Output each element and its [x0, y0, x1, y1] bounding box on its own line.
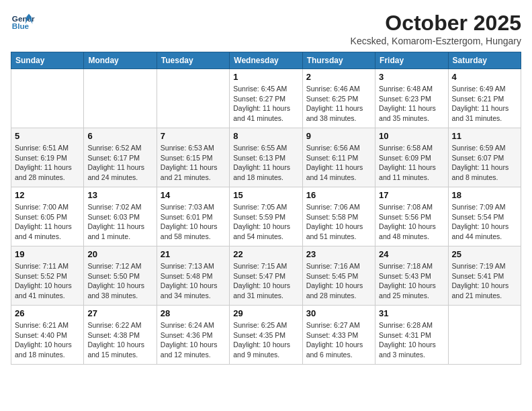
day-info: Sunrise: 6:24 AM Sunset: 4:36 PM Dayligh… — [161, 320, 226, 360]
day-number: 24 — [379, 249, 444, 259]
calendar-header-row: SundayMondayTuesdayWednesdayThursdayFrid… — [11, 52, 521, 69]
column-header-wednesday: Wednesday — [230, 52, 302, 69]
empty-cell — [11, 69, 84, 128]
day-cell-21: 21Sunrise: 7:13 AM Sunset: 5:48 PM Dayli… — [157, 246, 229, 306]
day-info: Sunrise: 6:55 AM Sunset: 6:13 PM Dayligh… — [233, 143, 298, 183]
day-cell-12: 12Sunrise: 7:00 AM Sunset: 6:05 PM Dayli… — [11, 187, 84, 246]
day-cell-26: 26Sunrise: 6:21 AM Sunset: 4:40 PM Dayli… — [11, 306, 84, 365]
day-number: 20 — [87, 249, 152, 259]
day-info: Sunrise: 6:59 AM Sunset: 6:07 PM Dayligh… — [452, 143, 517, 183]
day-cell-16: 16Sunrise: 7:06 AM Sunset: 5:58 PM Dayli… — [302, 187, 375, 246]
week-row-1: 1Sunrise: 6:45 AM Sunset: 6:27 PM Daylig… — [11, 69, 521, 128]
day-info: Sunrise: 6:56 AM Sunset: 6:11 PM Dayligh… — [306, 143, 371, 183]
day-number: 10 — [379, 131, 444, 141]
day-cell-8: 8Sunrise: 6:55 AM Sunset: 6:13 PM Daylig… — [230, 128, 302, 187]
day-info: Sunrise: 7:18 AM Sunset: 5:43 PM Dayligh… — [379, 261, 444, 301]
day-info: Sunrise: 6:45 AM Sunset: 6:27 PM Dayligh… — [233, 84, 298, 124]
week-row-2: 5Sunrise: 6:51 AM Sunset: 6:19 PM Daylig… — [11, 128, 521, 187]
day-number: 25 — [452, 249, 517, 259]
svg-text:Blue: Blue — [12, 21, 30, 30]
day-cell-19: 19Sunrise: 7:11 AM Sunset: 5:52 PM Dayli… — [11, 246, 84, 306]
day-info: Sunrise: 7:02 AM Sunset: 6:03 PM Dayligh… — [87, 202, 152, 242]
day-cell-27: 27Sunrise: 6:22 AM Sunset: 4:38 PM Dayli… — [84, 306, 157, 365]
day-number: 19 — [15, 249, 80, 259]
day-number: 9 — [306, 131, 371, 141]
day-info: Sunrise: 6:27 AM Sunset: 4:33 PM Dayligh… — [306, 320, 371, 360]
day-number: 30 — [306, 308, 371, 318]
day-number: 7 — [161, 131, 226, 141]
day-cell-22: 22Sunrise: 7:15 AM Sunset: 5:47 PM Dayli… — [230, 246, 302, 306]
day-number: 16 — [306, 190, 371, 200]
week-row-4: 19Sunrise: 7:11 AM Sunset: 5:52 PM Dayli… — [11, 246, 521, 306]
week-row-5: 26Sunrise: 6:21 AM Sunset: 4:40 PM Dayli… — [11, 306, 521, 365]
day-info: Sunrise: 7:06 AM Sunset: 5:58 PM Dayligh… — [306, 202, 371, 242]
day-info: Sunrise: 6:58 AM Sunset: 6:09 PM Dayligh… — [379, 143, 444, 183]
logo-icon: General Blue — [11, 11, 35, 35]
day-number: 4 — [452, 72, 517, 82]
empty-cell — [84, 69, 157, 128]
day-info: Sunrise: 7:00 AM Sunset: 6:05 PM Dayligh… — [15, 202, 80, 242]
calendar: SundayMondayTuesdayWednesdayThursdayFrid… — [11, 52, 521, 365]
day-number: 28 — [161, 308, 226, 318]
day-cell-2: 2Sunrise: 6:46 AM Sunset: 6:25 PM Daylig… — [302, 69, 375, 128]
day-cell-18: 18Sunrise: 7:09 AM Sunset: 5:54 PM Dayli… — [448, 187, 521, 246]
day-info: Sunrise: 7:09 AM Sunset: 5:54 PM Dayligh… — [452, 202, 517, 242]
day-cell-10: 10Sunrise: 6:58 AM Sunset: 6:09 PM Dayli… — [375, 128, 448, 187]
day-number: 2 — [306, 72, 371, 82]
day-number: 29 — [233, 308, 298, 318]
day-cell-30: 30Sunrise: 6:27 AM Sunset: 4:33 PM Dayli… — [302, 306, 375, 365]
column-header-thursday: Thursday — [302, 52, 375, 69]
day-info: Sunrise: 6:21 AM Sunset: 4:40 PM Dayligh… — [15, 320, 80, 360]
day-info: Sunrise: 6:48 AM Sunset: 6:23 PM Dayligh… — [379, 84, 444, 124]
day-cell-11: 11Sunrise: 6:59 AM Sunset: 6:07 PM Dayli… — [448, 128, 521, 187]
day-cell-9: 9Sunrise: 6:56 AM Sunset: 6:11 PM Daylig… — [302, 128, 375, 187]
day-info: Sunrise: 7:19 AM Sunset: 5:41 PM Dayligh… — [452, 261, 517, 301]
day-number: 13 — [87, 190, 152, 200]
day-info: Sunrise: 6:25 AM Sunset: 4:35 PM Dayligh… — [233, 320, 298, 360]
logo: General Blue — [11, 11, 35, 35]
day-info: Sunrise: 7:15 AM Sunset: 5:47 PM Dayligh… — [233, 261, 298, 301]
day-info: Sunrise: 7:11 AM Sunset: 5:52 PM Dayligh… — [15, 261, 80, 301]
day-cell-28: 28Sunrise: 6:24 AM Sunset: 4:36 PM Dayli… — [157, 306, 229, 365]
column-header-sunday: Sunday — [11, 52, 84, 69]
day-number: 21 — [161, 249, 226, 259]
day-number: 31 — [379, 308, 444, 318]
day-cell-29: 29Sunrise: 6:25 AM Sunset: 4:35 PM Dayli… — [230, 306, 302, 365]
empty-cell — [448, 306, 521, 365]
column-header-friday: Friday — [375, 52, 448, 69]
column-header-monday: Monday — [84, 52, 157, 69]
title-block: October 2025 Kecsked, Komarom-Esztergom,… — [351, 11, 521, 46]
day-cell-20: 20Sunrise: 7:12 AM Sunset: 5:50 PM Dayli… — [84, 246, 157, 306]
day-info: Sunrise: 6:46 AM Sunset: 6:25 PM Dayligh… — [306, 84, 371, 124]
day-info: Sunrise: 6:51 AM Sunset: 6:19 PM Dayligh… — [15, 143, 80, 183]
day-number: 14 — [161, 190, 226, 200]
day-number: 12 — [15, 190, 80, 200]
day-number: 8 — [233, 131, 298, 141]
subtitle: Kecsked, Komarom-Esztergom, Hungary — [351, 36, 521, 46]
day-cell-31: 31Sunrise: 6:28 AM Sunset: 4:31 PM Dayli… — [375, 306, 448, 365]
day-cell-13: 13Sunrise: 7:02 AM Sunset: 6:03 PM Dayli… — [84, 187, 157, 246]
day-number: 1 — [233, 72, 298, 82]
month-title: October 2025 — [351, 11, 521, 36]
day-info: Sunrise: 7:16 AM Sunset: 5:45 PM Dayligh… — [306, 261, 371, 301]
day-info: Sunrise: 7:03 AM Sunset: 6:01 PM Dayligh… — [161, 202, 226, 242]
day-info: Sunrise: 6:28 AM Sunset: 4:31 PM Dayligh… — [379, 320, 444, 360]
day-number: 3 — [379, 72, 444, 82]
empty-cell — [157, 69, 229, 128]
day-cell-14: 14Sunrise: 7:03 AM Sunset: 6:01 PM Dayli… — [157, 187, 229, 246]
day-info: Sunrise: 7:08 AM Sunset: 5:56 PM Dayligh… — [379, 202, 444, 242]
day-cell-23: 23Sunrise: 7:16 AM Sunset: 5:45 PM Dayli… — [302, 246, 375, 306]
day-number: 15 — [233, 190, 298, 200]
day-cell-17: 17Sunrise: 7:08 AM Sunset: 5:56 PM Dayli… — [375, 187, 448, 246]
week-row-3: 12Sunrise: 7:00 AM Sunset: 6:05 PM Dayli… — [11, 187, 521, 246]
day-info: Sunrise: 7:13 AM Sunset: 5:48 PM Dayligh… — [161, 261, 226, 301]
day-number: 11 — [452, 131, 517, 141]
page-header: General Blue October 2025 Kecsked, Komar… — [11, 11, 521, 46]
day-cell-24: 24Sunrise: 7:18 AM Sunset: 5:43 PM Dayli… — [375, 246, 448, 306]
day-info: Sunrise: 6:49 AM Sunset: 6:21 PM Dayligh… — [452, 84, 517, 124]
day-cell-7: 7Sunrise: 6:53 AM Sunset: 6:15 PM Daylig… — [157, 128, 229, 187]
day-number: 27 — [87, 308, 152, 318]
day-number: 23 — [306, 249, 371, 259]
column-header-saturday: Saturday — [448, 52, 521, 69]
day-number: 5 — [15, 131, 80, 141]
